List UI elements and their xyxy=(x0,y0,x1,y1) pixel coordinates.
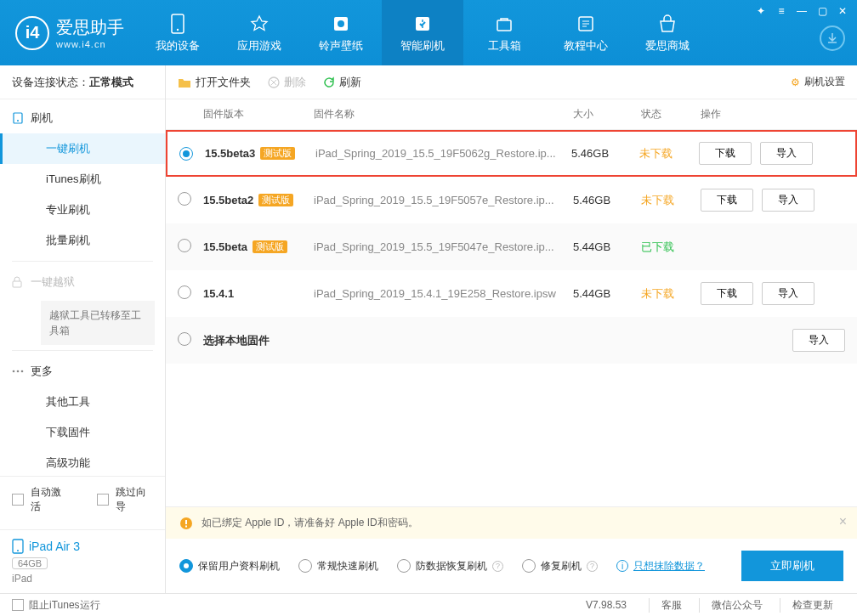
skip-guide-checkbox[interactable] xyxy=(97,494,109,506)
nav-item-1[interactable]: 应用游戏 xyxy=(219,0,300,65)
erase-data-link[interactable]: i只想抹除数据？ xyxy=(616,559,705,574)
firmware-size: 5.44GB xyxy=(573,287,641,300)
start-flash-button[interactable]: 立即刷机 xyxy=(741,551,843,581)
device-info[interactable]: iPad Air 3 64GB iPad xyxy=(0,529,165,593)
download-button[interactable]: 下载 xyxy=(701,189,753,212)
nav-item-0[interactable]: 我的设备 xyxy=(137,0,219,65)
svg-point-3 xyxy=(338,20,344,27)
sidebar-item-other-tools[interactable]: 其他工具 xyxy=(0,387,165,417)
firmware-row[interactable]: 15.5beta3测试版iPad_Spring_2019_15.5_19F506… xyxy=(166,130,857,177)
sidebar-item-advanced[interactable]: 高级功能 xyxy=(0,448,165,476)
block-itunes-checkbox[interactable] xyxy=(12,599,24,611)
help-icon[interactable]: ? xyxy=(492,561,503,572)
sidebar-item-itunes-flash[interactable]: iTunes刷机 xyxy=(0,164,165,195)
sidebar-item-onekey-flash[interactable]: 一键刷机 xyxy=(0,133,165,164)
firmware-version: 选择本地固件 xyxy=(203,333,270,348)
svg-rect-9 xyxy=(13,281,21,287)
nav-item-2[interactable]: 铃声壁纸 xyxy=(300,0,382,65)
nav-icon xyxy=(250,13,269,35)
nav-item-4[interactable]: 工具箱 xyxy=(463,0,545,65)
device-capacity: 64GB xyxy=(12,557,48,569)
firmware-status: 未下载 xyxy=(641,286,701,302)
device-type: iPad xyxy=(12,573,153,585)
logo-subtitle: www.i4.cn xyxy=(56,39,124,49)
import-button[interactable]: 导入 xyxy=(762,189,814,212)
col-size: 大小 xyxy=(573,107,641,122)
device-name: iPad Air 3 xyxy=(29,540,80,553)
sidebar-item-pro-flash[interactable]: 专业刷机 xyxy=(0,195,165,225)
close-icon[interactable]: ✕ xyxy=(833,3,852,19)
check-update-link[interactable]: 检查更新 xyxy=(780,598,845,613)
col-name: 固件名称 xyxy=(314,107,573,122)
row-radio[interactable] xyxy=(178,285,191,299)
firmware-filename: iPad_Spring_2019_15.4.1_19E258_Restore.i… xyxy=(314,287,573,300)
option-keep-data[interactable]: 保留用户资料刷机 xyxy=(179,559,280,574)
row-radio[interactable] xyxy=(178,332,191,346)
folder-icon xyxy=(178,76,191,88)
flash-icon xyxy=(12,112,24,124)
row-radio[interactable] xyxy=(178,192,191,206)
skin-icon[interactable]: ✦ xyxy=(752,3,770,19)
customer-service-link[interactable]: 客服 xyxy=(649,598,694,613)
row-radio[interactable] xyxy=(179,147,193,161)
sidebar-item-batch-flash[interactable]: 批量刷机 xyxy=(0,225,165,256)
firmware-row[interactable]: 选择本地固件导入 xyxy=(166,317,857,364)
option-repair[interactable]: 修复刷机? xyxy=(522,559,598,574)
download-manager-icon[interactable] xyxy=(820,25,845,51)
alert-close-icon[interactable]: × xyxy=(839,514,847,529)
option-normal[interactable]: 常规快速刷机 xyxy=(298,559,378,574)
firmware-version: 15.5beta2 xyxy=(203,194,253,206)
svg-point-12 xyxy=(21,370,24,373)
auto-activate-checkbox[interactable] xyxy=(12,494,24,506)
svg-point-1 xyxy=(177,28,179,30)
download-button[interactable]: 下载 xyxy=(699,142,752,165)
col-version: 固件版本 xyxy=(203,107,314,122)
sidebar: 设备连接状态：正常模式 刷机 一键刷机 iTunes刷机 专业刷机 批量刷机 一… xyxy=(0,65,166,593)
svg-point-14 xyxy=(17,550,19,551)
firmware-status: 未下载 xyxy=(639,146,699,161)
option-anti-recover[interactable]: 防数据恢复刷机? xyxy=(397,559,503,574)
firmware-size: 5.44GB xyxy=(573,240,641,253)
svg-rect-17 xyxy=(185,520,187,524)
sidebar-item-flash[interactable]: 刷机 xyxy=(0,103,165,133)
nav-item-5[interactable]: 教程中心 xyxy=(545,0,627,65)
firmware-filename: iPad_Spring_2019_15.5_19F5062g_Restore.i… xyxy=(315,147,571,160)
app-version: V7.98.53 xyxy=(586,599,627,611)
sidebar-item-more[interactable]: 更多 xyxy=(0,356,165,387)
import-button[interactable]: 导入 xyxy=(762,282,814,305)
download-button[interactable]: 下载 xyxy=(701,282,753,305)
nav-item-6[interactable]: 爱思商城 xyxy=(627,0,708,65)
menu-icon[interactable]: ≡ xyxy=(772,3,791,19)
maximize-icon[interactable]: ▢ xyxy=(813,3,831,19)
wechat-link[interactable]: 微信公众号 xyxy=(699,598,775,613)
firmware-row[interactable]: 15.4.1iPad_Spring_2019_15.4.1_19E258_Res… xyxy=(166,270,857,317)
import-button[interactable]: 导入 xyxy=(760,142,813,165)
sidebar-item-download-firmware[interactable]: 下载固件 xyxy=(0,417,165,448)
nav-item-3[interactable]: 智能刷机 xyxy=(382,0,463,65)
refresh-button[interactable]: 刷新 xyxy=(323,75,361,90)
minimize-icon[interactable]: — xyxy=(792,3,811,19)
jailbreak-note: 越狱工具已转移至工具箱 xyxy=(41,301,155,345)
row-radio[interactable] xyxy=(178,239,191,252)
logo-title: 爱思助手 xyxy=(56,16,124,39)
import-button[interactable]: 导入 xyxy=(792,329,845,352)
nav-icon xyxy=(332,13,350,35)
svg-rect-7 xyxy=(14,113,22,123)
firmware-row[interactable]: 15.5beta测试版iPad_Spring_2019_15.5_19F5047… xyxy=(166,223,857,270)
firmware-version: 15.4.1 xyxy=(203,287,234,300)
firmware-row[interactable]: 15.5beta2测试版iPad_Spring_2019_15.5_19F505… xyxy=(166,177,857,223)
delete-button[interactable]: 删除 xyxy=(268,75,306,90)
apple-id-alert: 如已绑定 Apple ID，请准备好 Apple ID和密码。 × xyxy=(166,507,857,539)
main-panel: 打开文件夹 删除 刷新 ⚙ 刷机设置 固件版本 固件名称 大小 状态 操作 15… xyxy=(166,65,857,593)
delete-icon xyxy=(268,76,280,88)
sidebar-item-jailbreak: 一键越狱 xyxy=(0,267,165,297)
beta-tag: 测试版 xyxy=(260,147,295,160)
alert-text: 如已绑定 Apple ID，请准备好 Apple ID和密码。 xyxy=(201,516,418,530)
main-nav: 我的设备应用游戏铃声壁纸智能刷机工具箱教程中心爱思商城 xyxy=(137,0,708,65)
gear-icon: ⚙ xyxy=(791,76,800,88)
flash-settings-button[interactable]: ⚙ 刷机设置 xyxy=(791,75,845,89)
svg-point-11 xyxy=(17,370,20,373)
toolbar: 打开文件夹 删除 刷新 ⚙ 刷机设置 xyxy=(166,65,857,99)
help-icon[interactable]: ? xyxy=(587,561,598,572)
open-folder-button[interactable]: 打开文件夹 xyxy=(178,75,251,90)
